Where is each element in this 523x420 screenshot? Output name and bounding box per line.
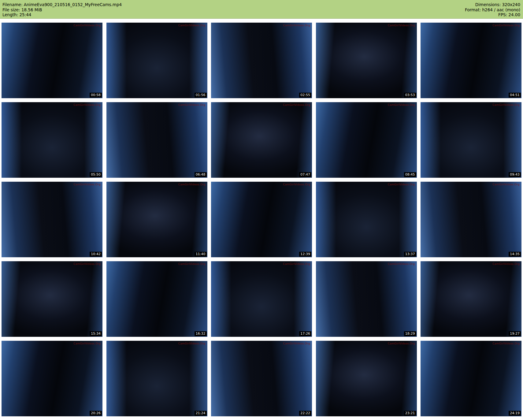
timestamp-badge: 15:34	[90, 331, 102, 336]
metadata-right-block: Dimensions: 320x240 Format: h264 / aac (…	[465, 2, 520, 17]
watermark-text: CamGirlVideos.Org	[388, 342, 415, 345]
watermark-text: CamGirlVideos.Org	[492, 103, 520, 106]
video-thumbnail: CamGirlVideos.Org 11:40	[106, 182, 207, 257]
watermark-text: CamGirlVideos.Org	[492, 262, 520, 266]
watermark-text: CamGirlVideos.Org	[388, 103, 415, 106]
watermark-text: CamGirlVideos.Org	[283, 342, 310, 345]
video-thumbnail: CamGirlVideos.Org 22:22	[211, 341, 312, 416]
video-thumbnail: CamGirlVideos.Org 14:35	[421, 182, 521, 257]
timestamp-badge: 04:51	[509, 93, 521, 98]
watermark-text: CamGirlVideos.Org	[178, 262, 206, 266]
video-thumbnail: CamGirlVideos.Org 17:26	[211, 261, 312, 337]
watermark-text: CamGirlVideos.Org	[178, 103, 206, 106]
timestamp-badge: 22:22	[299, 411, 311, 416]
timestamp-badge: 23:21	[404, 411, 416, 416]
video-thumbnail: CamGirlVideos.Org 02:55	[211, 23, 312, 98]
thumbnail-grid: CamGirlVideos.Org 00:58 CamGirlVideos.Or…	[0, 19, 523, 416]
watermark-text: CamGirlVideos.Org	[492, 342, 520, 345]
video-thumbnail: CamGirlVideos.Org 05:50	[2, 102, 102, 178]
metadata-left-block: Filename: AnimeEva900_210516_0152_MyFree…	[2, 2, 122, 17]
video-thumbnail: CamGirlVideos.Org 10:42	[2, 182, 102, 257]
video-thumbnail: CamGirlVideos.Org 20:26	[2, 341, 102, 416]
video-thumbnail: CamGirlVideos.Org 19:27	[421, 261, 521, 337]
watermark-text: CamGirlVideos.Org	[178, 24, 206, 27]
metadata-header: Filename: AnimeEva900_210516_0152_MyFree…	[0, 0, 523, 19]
timestamp-badge: 01:56	[195, 93, 207, 98]
dimensions-line: Dimensions: 320x240	[465, 2, 520, 7]
timestamp-badge: 17:26	[299, 331, 311, 336]
watermark-text: CamGirlVideos.Org	[388, 262, 415, 266]
watermark-text: CamGirlVideos.Org	[388, 183, 415, 186]
length-line: Length: 25:44	[2, 12, 122, 17]
video-thumbnail: CamGirlVideos.Org 21:24	[106, 341, 207, 416]
video-thumbnail: CamGirlVideos.Org 16:32	[106, 261, 207, 337]
video-thumbnail: CamGirlVideos.Org 04:51	[421, 23, 521, 98]
watermark-text: CamGirlVideos.Org	[73, 183, 101, 186]
timestamp-badge: 03:53	[404, 93, 416, 98]
timestamp-badge: 20:26	[90, 411, 102, 416]
video-thumbnail: CamGirlVideos.Org 23:21	[316, 341, 417, 416]
video-thumbnail: CamGirlVideos.Org 01:56	[106, 23, 207, 98]
timestamp-badge: 14:35	[509, 252, 521, 257]
watermark-text: CamGirlVideos.Org	[283, 103, 310, 106]
timestamp-badge: 12:39	[299, 252, 311, 257]
timestamp-badge: 06:48	[195, 172, 207, 177]
watermark-text: CamGirlVideos.Org	[492, 24, 520, 27]
watermark-text: CamGirlVideos.Org	[178, 183, 206, 186]
video-thumbnail: CamGirlVideos.Org 08:45	[316, 102, 417, 178]
timestamp-badge: 24:19	[509, 411, 521, 416]
video-thumbnail: CamGirlVideos.Org 24:19	[421, 341, 521, 416]
video-thumbnail: CamGirlVideos.Org 06:48	[106, 102, 207, 178]
timestamp-badge: 16:32	[195, 331, 207, 336]
watermark-text: CamGirlVideos.Org	[73, 342, 101, 345]
timestamp-badge: 05:50	[90, 172, 102, 177]
video-thumbnail: CamGirlVideos.Org 00:58	[2, 23, 102, 98]
video-thumbnail: CamGirlVideos.Org 15:34	[2, 261, 102, 337]
timestamp-badge: 08:45	[404, 172, 416, 177]
fps-line: FPS: 24.00	[465, 12, 520, 17]
filename-line: Filename: AnimeEva900_210516_0152_MyFree…	[2, 2, 122, 7]
video-thumbnail: CamGirlVideos.Org 03:53	[316, 23, 417, 98]
timestamp-badge: 09:43	[509, 172, 521, 177]
timestamp-badge: 11:40	[195, 252, 207, 257]
watermark-text: CamGirlVideos.Org	[492, 183, 520, 186]
timestamp-badge: 00:58	[90, 93, 102, 98]
video-thumbnail: CamGirlVideos.Org 12:39	[211, 182, 312, 257]
timestamp-badge: 10:42	[90, 252, 102, 257]
video-thumbnail: CamGirlVideos.Org 18:29	[316, 261, 417, 337]
timestamp-badge: 13:37	[404, 252, 416, 257]
watermark-text: CamGirlVideos.Org	[73, 24, 101, 27]
timestamp-badge: 07:47	[299, 172, 311, 177]
watermark-text: CamGirlVideos.Org	[283, 24, 310, 27]
video-thumbnail: CamGirlVideos.Org 09:43	[421, 102, 521, 178]
format-line: Format: h264 / aac (mono)	[465, 7, 520, 13]
watermark-text: CamGirlVideos.Org	[73, 262, 101, 266]
watermark-text: CamGirlVideos.Org	[178, 342, 206, 345]
video-thumbnail: CamGirlVideos.Org 07:47	[211, 102, 312, 178]
timestamp-badge: 02:55	[299, 93, 311, 98]
watermark-text: CamGirlVideos.Org	[283, 262, 310, 266]
video-thumbnail: CamGirlVideos.Org 13:37	[316, 182, 417, 257]
filesize-line: File size: 18.56 MiB	[2, 7, 122, 13]
timestamp-badge: 21:24	[195, 411, 207, 416]
timestamp-badge: 19:27	[509, 331, 521, 336]
watermark-text: CamGirlVideos.Org	[388, 24, 415, 27]
watermark-text: CamGirlVideos.Org	[73, 103, 101, 106]
watermark-text: CamGirlVideos.Org	[283, 183, 310, 186]
timestamp-badge: 18:29	[404, 331, 416, 336]
